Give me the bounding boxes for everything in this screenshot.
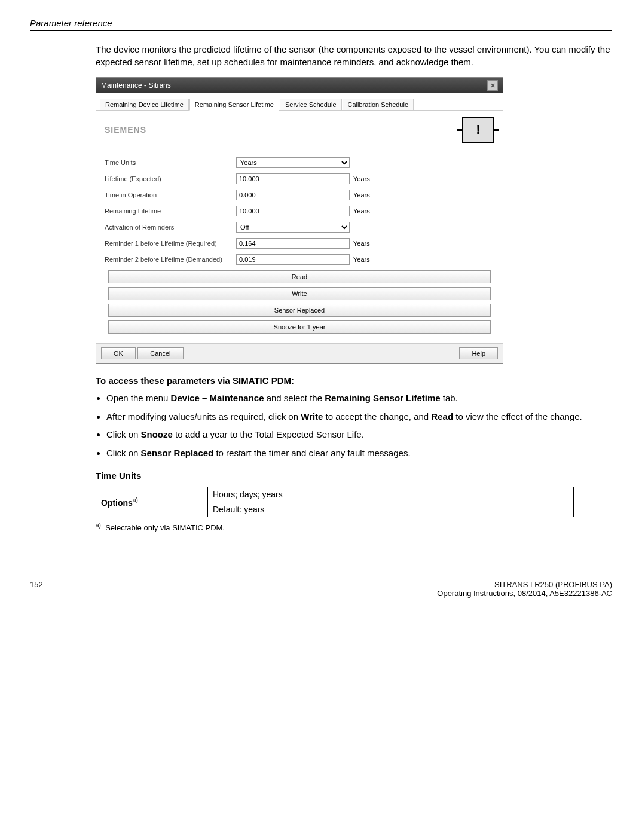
options-table: Optionsa) Hours; days; years Default: ye… [96,487,574,517]
label-reminder-1: Reminder 1 before Lifetime (Required) [105,240,236,247]
write-button[interactable]: Write [108,287,491,300]
dialog-tabs: Remaining Device Lifetime Remaining Sens… [96,93,503,111]
close-icon[interactable]: ✕ [487,80,498,91]
dialog-screenshot: Maintenance - Sitrans ✕ Remaining Device… [96,77,612,364]
options-values-cell: Hours; days; years [208,487,574,502]
select-time-units[interactable]: Years [236,157,350,168]
row-reminder-1: Reminder 1 before Lifetime (Required) Ye… [105,238,494,249]
instruction-2: After modifying values/units as required… [106,410,612,424]
tab-remaining-device-lifetime[interactable]: Remaining Device Lifetime [100,99,189,111]
select-activation-reminders[interactable]: Off [236,222,350,233]
row-lifetime-expected: Lifetime (Expected) Years [105,173,494,184]
tab-calibration-schedule[interactable]: Calibration Schedule [343,99,414,111]
page-footer: 152 SITRANS LR250 (PROFIBUS PA) Operatin… [30,580,612,598]
sensor-replaced-button[interactable]: Sensor Replaced [108,304,491,317]
label-remaining-lifetime: Remaining Lifetime [105,207,236,215]
dialog-body: SIEMENS ! Time Units Years Lifetime (Exp… [96,111,503,343]
unit-time-in-operation: Years [353,191,370,198]
access-heading: To access these parameters via SIMATIC P… [96,375,612,386]
label-reminder-2: Reminder 2 before Lifetime (Demanded) [105,256,236,263]
instruction-4: Click on Sensor Replaced to restart the … [106,447,612,460]
alert-icon: ! [462,117,494,143]
intro-paragraph: The device monitors the predicted lifeti… [96,43,612,68]
unit-reminder-2: Years [353,256,370,263]
read-button[interactable]: Read [108,270,491,283]
page-number: 152 [30,580,43,598]
doc-info: Operating Instructions, 08/2014, A5E3222… [437,589,612,598]
instructions-list: Open the menu Device – Maintenance and s… [96,392,612,460]
instruction-3: Click on Snooze to add a year to the Tot… [106,428,612,442]
options-default-cell: Default: years [208,502,574,517]
input-reminder-1[interactable] [236,238,350,249]
dialog-footer: OK Cancel Help [96,343,503,363]
cancel-button[interactable]: Cancel [137,347,183,359]
input-time-in-operation[interactable] [236,190,350,200]
row-time-units: Time Units Years [105,157,494,168]
siemens-logo: SIEMENS [105,125,146,135]
page-header-title: Parameter reference [30,18,612,28]
row-remaining-lifetime: Remaining Lifetime Years [105,206,494,216]
options-label-cell: Optionsa) [96,487,208,517]
label-activation-reminders: Activation of Reminders [105,224,236,231]
unit-reminder-1: Years [353,240,370,247]
dialog-titlebar: Maintenance - Sitrans ✕ [96,78,503,93]
maintenance-dialog: Maintenance - Sitrans ✕ Remaining Device… [96,77,503,364]
tab-remaining-sensor-lifetime[interactable]: Remaining Sensor Lifetime [189,99,279,111]
label-lifetime-expected: Lifetime (Expected) [105,175,236,182]
input-reminder-2[interactable] [236,254,350,265]
input-lifetime-expected[interactable] [236,173,350,184]
label-time-units: Time Units [105,159,236,166]
tab-service-schedule[interactable]: Service Schedule [280,99,342,111]
snooze-button[interactable]: Snooze for 1 year [108,320,491,334]
row-time-in-operation: Time in Operation Years [105,190,494,200]
header-divider [30,30,612,31]
unit-remaining-lifetime: Years [353,207,370,215]
help-button[interactable]: Help [459,347,498,359]
row-activation-reminders: Activation of Reminders Off [105,222,494,233]
row-reminder-2: Reminder 2 before Lifetime (Demanded) Ye… [105,254,494,265]
dialog-title: Maintenance - Sitrans [101,81,171,90]
unit-lifetime-expected: Years [353,175,370,182]
input-remaining-lifetime[interactable] [236,206,350,216]
product-name: SITRANS LR250 (PROFIBUS PA) [437,580,612,589]
label-time-in-operation: Time in Operation [105,191,236,198]
instruction-1: Open the menu Device – Maintenance and s… [106,392,612,405]
time-units-heading: Time Units [96,471,612,481]
footnote: a) Selectable only via SIMATIC PDM. [96,522,612,532]
ok-button[interactable]: OK [101,347,136,359]
